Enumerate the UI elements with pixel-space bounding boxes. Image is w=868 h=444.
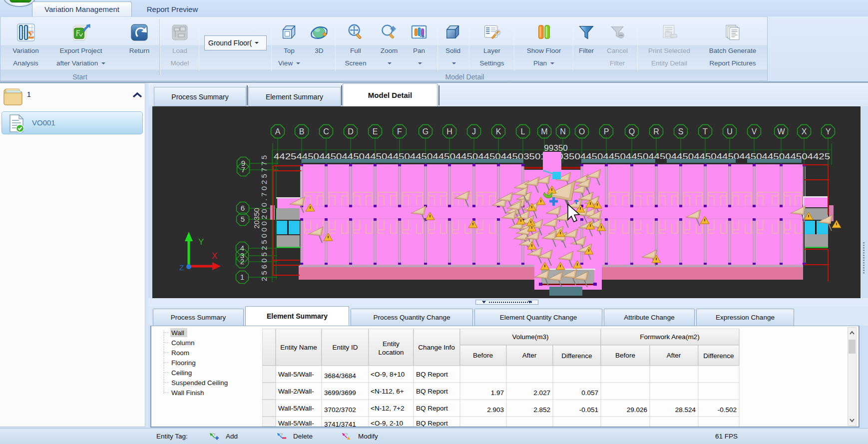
svg-text:Difference: Difference bbox=[561, 352, 592, 360]
svg-text:O: O bbox=[579, 127, 585, 136]
svg-text:<N-12, 7+2: <N-12, 7+2 bbox=[371, 405, 405, 412]
svg-text:Column: Column bbox=[171, 339, 195, 347]
svg-text:Before: Before bbox=[473, 352, 493, 359]
svg-text:Suspended Ceiling: Suspended Ceiling bbox=[171, 379, 228, 387]
svg-text:Before: Before bbox=[615, 352, 635, 359]
svg-text:Room: Room bbox=[171, 349, 189, 357]
svg-text:Wall Finish: Wall Finish bbox=[171, 389, 204, 397]
svg-text:-0.051: -0.051 bbox=[579, 406, 598, 414]
svg-text:3699/3699: 3699/3699 bbox=[324, 389, 356, 397]
svg-text:-0.502: -0.502 bbox=[718, 406, 737, 414]
svg-text:3684/3684: 3684/3684 bbox=[324, 372, 356, 380]
svg-text:Ceiling: Ceiling bbox=[171, 369, 192, 377]
svg-text:2.027: 2.027 bbox=[533, 389, 550, 397]
svg-text:<O-9, 2-10: <O-9, 2-10 bbox=[371, 420, 403, 427]
svg-text:7: 7 bbox=[241, 165, 245, 174]
svg-text:Wall: Wall bbox=[171, 329, 184, 337]
svg-text:V: V bbox=[752, 127, 757, 136]
svg-text:Σ: Σ bbox=[27, 29, 34, 40]
svg-text:X: X bbox=[802, 127, 807, 136]
svg-text:1: 1 bbox=[240, 273, 244, 281]
svg-text:K: K bbox=[496, 127, 501, 136]
svg-text:2560525000200.7025775: 2560525000200.7025775 bbox=[260, 155, 268, 281]
svg-text:BQ Report: BQ Report bbox=[416, 420, 448, 427]
svg-text:29.026: 29.026 bbox=[627, 406, 647, 414]
svg-text:Wall-5/Wall-: Wall-5/Wall- bbox=[278, 420, 314, 427]
svg-text:5: 5 bbox=[241, 215, 245, 223]
svg-text:U: U bbox=[727, 127, 733, 136]
svg-text:R: R bbox=[653, 127, 659, 136]
svg-text:J: J bbox=[472, 127, 476, 136]
svg-text:X: X bbox=[212, 251, 217, 261]
svg-text:2.903: 2.903 bbox=[487, 406, 504, 414]
svg-text:E: E bbox=[373, 127, 378, 136]
svg-text:C: C bbox=[323, 127, 329, 136]
svg-text:Y: Y bbox=[198, 237, 204, 247]
svg-text:S: S bbox=[678, 127, 684, 136]
svg-text:Y: Y bbox=[826, 127, 831, 136]
svg-text:1.97: 1.97 bbox=[491, 389, 504, 397]
svg-text:0.057: 0.057 bbox=[581, 389, 598, 397]
svg-text:Entity: Entity bbox=[383, 340, 400, 348]
svg-text:3741/3741: 3741/3741 bbox=[324, 421, 356, 427]
svg-text:Flooring: Flooring bbox=[171, 359, 196, 367]
svg-text:Wall-5/Wall-: Wall-5/Wall- bbox=[278, 405, 314, 412]
svg-text:2.852: 2.852 bbox=[533, 406, 550, 414]
svg-text:Z: Z bbox=[179, 263, 184, 272]
svg-text:Location: Location bbox=[378, 349, 404, 356]
svg-text:6: 6 bbox=[241, 204, 245, 212]
svg-text:Volume(m3): Volume(m3) bbox=[512, 333, 549, 341]
svg-text:N: N bbox=[560, 127, 566, 136]
svg-text:Formwork Area(m2): Formwork Area(m2) bbox=[640, 333, 699, 341]
svg-text:Q: Q bbox=[629, 127, 635, 136]
svg-text:H: H bbox=[446, 127, 452, 136]
svg-text:T: T bbox=[703, 127, 708, 136]
svg-text:28.524: 28.524 bbox=[675, 406, 696, 414]
svg-text:Entity Name: Entity Name bbox=[280, 344, 317, 351]
svg-text:W: W bbox=[777, 127, 785, 136]
svg-text:M: M bbox=[541, 127, 547, 136]
svg-text:P: P bbox=[604, 127, 609, 136]
svg-text:BQ Report: BQ Report bbox=[416, 405, 448, 412]
svg-text:3702/3702: 3702/3702 bbox=[324, 406, 356, 414]
svg-text:G: G bbox=[423, 127, 429, 136]
svg-text:<O-9, 8+10: <O-9, 8+10 bbox=[371, 371, 405, 378]
svg-text:BQ Report: BQ Report bbox=[416, 371, 448, 378]
svg-text:F: F bbox=[397, 127, 402, 136]
svg-text:Change Info: Change Info bbox=[418, 344, 455, 351]
svg-text:After: After bbox=[667, 352, 681, 359]
svg-text:Wall-2/Wall-: Wall-2/Wall- bbox=[278, 388, 314, 395]
svg-text:Wall-5/Wall-: Wall-5/Wall- bbox=[278, 371, 314, 378]
svg-text:<N-112, 6+: <N-112, 6+ bbox=[371, 388, 404, 395]
svg-text:A: A bbox=[275, 127, 281, 136]
svg-text:2: 2 bbox=[240, 257, 244, 266]
svg-text:B: B bbox=[299, 127, 305, 136]
svg-text:99350: 99350 bbox=[544, 143, 567, 153]
svg-text:Difference: Difference bbox=[703, 352, 734, 360]
svg-text:Entity ID: Entity ID bbox=[332, 344, 358, 351]
svg-text:L: L bbox=[521, 127, 525, 136]
svg-text:After: After bbox=[522, 352, 537, 359]
svg-text:BQ Report: BQ Report bbox=[416, 388, 448, 395]
svg-text:D: D bbox=[348, 127, 354, 136]
